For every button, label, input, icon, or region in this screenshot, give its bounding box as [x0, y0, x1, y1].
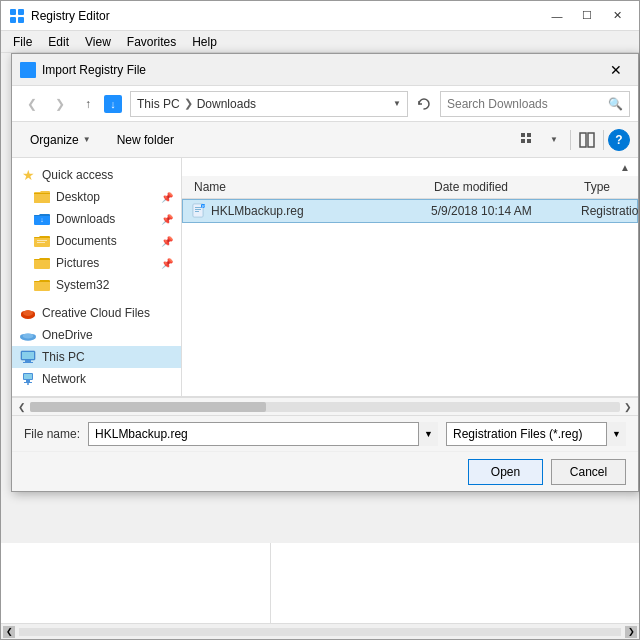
menu-edit[interactable]: Edit [40, 33, 77, 51]
scroll-left-button[interactable]: ❮ [14, 399, 30, 415]
menu-view[interactable]: View [77, 33, 119, 51]
svg-rect-36 [24, 374, 32, 379]
svg-rect-21 [34, 259, 50, 269]
svg-rect-37 [26, 380, 30, 382]
col-header-date[interactable]: Date modified [430, 178, 580, 196]
refresh-button[interactable] [412, 92, 436, 116]
svg-point-30 [23, 333, 34, 338]
toolbar: Organize ▼ New folder [12, 122, 638, 158]
onedrive-label: OneDrive [42, 328, 173, 342]
dialog-backdrop: Import Registry File ✕ ❮ ❯ ↑ ↓ This PC ❯… [1, 53, 639, 639]
filetype-select-container: Registration Files (*.reg) All Files (*.… [446, 422, 626, 446]
search-input[interactable] [447, 97, 608, 111]
svg-rect-34 [23, 362, 33, 363]
view-options-button[interactable] [516, 128, 540, 152]
back-button[interactable]: ❮ [20, 92, 44, 116]
svg-text:↓: ↓ [40, 216, 44, 223]
downloads-folder-icon: ↓ [34, 211, 50, 227]
new-folder-button[interactable]: New folder [107, 128, 184, 152]
sidebar-item-downloads[interactable]: ↓ Downloads 📌 [12, 208, 181, 230]
up-button[interactable]: ↑ [76, 92, 100, 116]
path-this-pc[interactable]: This PC [137, 97, 180, 111]
sidebar-item-this-pc[interactable]: This PC [12, 346, 181, 368]
address-bar[interactable]: This PC ❯ Downloads ▼ [130, 91, 408, 117]
title-bar: Registry Editor — ☐ ✕ [1, 1, 639, 31]
horizontal-scrollbar[interactable]: ❮ ❯ [12, 397, 638, 415]
preview-pane-button[interactable] [575, 128, 599, 152]
pin-icon-documents: 📌 [161, 236, 173, 247]
view-dropdown-button[interactable]: ▼ [542, 128, 566, 152]
scroll-right-button[interactable]: ❯ [620, 399, 636, 415]
filetype-select[interactable]: Registration Files (*.reg) All Files (*.… [446, 422, 626, 446]
menu-help[interactable]: Help [184, 33, 225, 51]
address-dropdown-icon: ▼ [393, 99, 401, 108]
dialog-icon [20, 62, 36, 78]
svg-rect-11 [527, 139, 531, 143]
sidebar-item-onedrive[interactable]: OneDrive [12, 324, 181, 346]
cancel-button[interactable]: Cancel [551, 459, 626, 485]
minimize-button[interactable]: — [543, 6, 571, 26]
menu-bar: File Edit View Favorites Help [1, 31, 639, 53]
dialog-close-button[interactable]: ✕ [602, 59, 630, 81]
close-button[interactable]: ✕ [603, 6, 631, 26]
svg-rect-15 [34, 193, 50, 194]
forward-button[interactable]: ❯ [48, 92, 72, 116]
search-icon: 🔍 [608, 97, 623, 111]
svg-rect-43 [195, 209, 201, 210]
quick-access-label: Quick access [42, 168, 173, 182]
creative-cloud-icon [20, 305, 36, 321]
svg-rect-42 [195, 207, 201, 208]
dialog-title-bar: Import Registry File ✕ [12, 54, 638, 86]
sidebar-item-system32[interactable]: System32 [12, 274, 181, 296]
organize-button[interactable]: Organize ▼ [20, 128, 101, 152]
svg-rect-44 [195, 211, 199, 212]
system32-folder-icon [34, 277, 50, 293]
sidebar-item-quick-access[interactable]: ★ Quick access [12, 164, 181, 186]
filename-input[interactable] [88, 422, 438, 446]
window-title: Registry Editor [31, 9, 543, 23]
bottom-scrollbar[interactable]: ❮ ❯ [1, 623, 639, 639]
pictures-label: Pictures [56, 256, 155, 270]
help-button[interactable]: ? [608, 129, 630, 151]
organize-label: Organize [30, 133, 79, 147]
sort-indicator: ▲ [182, 158, 638, 176]
svg-rect-38 [24, 382, 32, 383]
file-date: 5/9/2018 10:14 AM [431, 204, 581, 218]
registry-editor-window: Registry Editor — ☐ ✕ File Edit View Fav… [0, 0, 640, 640]
search-box[interactable]: 🔍 [440, 91, 630, 117]
sidebar-item-network[interactable]: Network [12, 368, 181, 390]
sidebar-item-documents[interactable]: Documents 📌 [12, 230, 181, 252]
svg-text:R: R [202, 204, 205, 209]
svg-rect-3 [18, 17, 24, 23]
svg-point-39 [27, 383, 29, 385]
table-row[interactable]: R HKLMbackup.reg 5/9/2018 10:14 AM Regis… [182, 199, 638, 223]
scrollbar-thumb[interactable] [30, 402, 266, 412]
sidebar-item-desktop[interactable]: Desktop 📌 [12, 186, 181, 208]
col-header-type[interactable]: Type [580, 178, 630, 196]
documents-folder-icon [34, 233, 50, 249]
svg-rect-8 [521, 133, 525, 137]
open-button[interactable]: Open [468, 459, 543, 485]
filename-dropdown-button[interactable]: ▼ [418, 422, 438, 446]
pin-icon-downloads: 📌 [161, 214, 173, 225]
filename-row: File name: ▼ Registration Files (*.reg) … [12, 415, 638, 451]
maximize-button[interactable]: ☐ [573, 6, 601, 26]
pictures-folder-icon [34, 255, 50, 271]
documents-label: Documents [56, 234, 155, 248]
path-downloads[interactable]: Downloads [197, 97, 256, 111]
downloads-label: Downloads [56, 212, 155, 226]
sidebar-item-creative-cloud[interactable]: Creative Cloud Files [12, 302, 181, 324]
import-dialog: Import Registry File ✕ ❮ ❯ ↑ ↓ This PC ❯… [11, 53, 639, 492]
creative-cloud-label: Creative Cloud Files [42, 306, 173, 320]
menu-file[interactable]: File [5, 33, 40, 51]
action-buttons-row: Open Cancel [12, 451, 638, 491]
view-controls: ▼ ? [516, 128, 630, 152]
this-pc-label: This PC [42, 350, 173, 364]
reg-file-icon: R [191, 203, 207, 219]
col-header-name[interactable]: Name [190, 178, 430, 196]
menu-favorites[interactable]: Favorites [119, 33, 184, 51]
folder-icon [34, 189, 50, 205]
sidebar-item-pictures[interactable]: Pictures 📌 [12, 252, 181, 274]
network-label: Network [42, 372, 173, 386]
scrollbar-track[interactable] [30, 402, 620, 412]
